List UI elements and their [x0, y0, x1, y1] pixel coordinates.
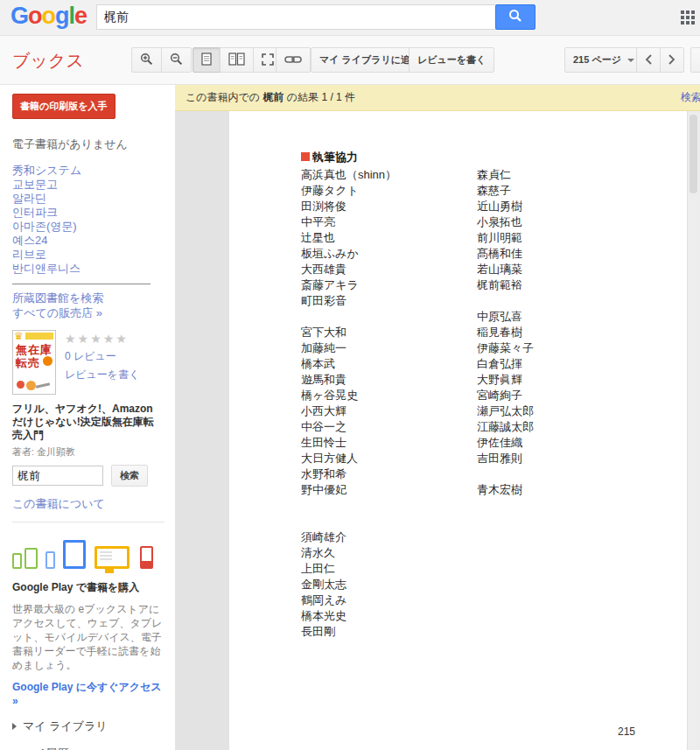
credits-row: 清水久 [301, 545, 534, 561]
google-logo[interactable]: Google [10, 3, 87, 30]
result-suffix: の結果 1 / 1 件 [287, 91, 355, 103]
credit-name-left: 中平亮 [301, 214, 477, 230]
previous-page-button[interactable] [636, 47, 661, 73]
credit-name-left [301, 309, 477, 325]
page-selector-dropdown[interactable]: 215 ページ [564, 47, 643, 73]
all-sellers-link[interactable]: すべての販売店 » [12, 305, 164, 320]
store-link[interactable]: 알라딘 [12, 192, 164, 206]
credits-row [301, 514, 534, 529]
book-title: フリル、ヤフオク!、Amazonだけじゃない!決定版無在庫転売入門 [12, 403, 163, 442]
get-print-version-button[interactable]: 書籍の印刷版を入手 [12, 94, 116, 119]
get-link-button[interactable] [276, 47, 311, 73]
book-rating: ★★★★★ 0 レビュー レビューを書く [65, 330, 139, 395]
credits-row: 伊藤タクト森慈子 [301, 183, 534, 199]
credits-heading-text: 執筆協力 [312, 151, 358, 164]
credit-name-right: 伊佐佳織 [477, 435, 522, 451]
credit-name-left: 斎藤アキラ [301, 277, 477, 293]
single-page-icon [201, 53, 212, 67]
credit-name-left [301, 514, 477, 529]
store-link[interactable]: 아마존(영문) [12, 220, 164, 234]
write-review-button[interactable]: レビューを書く [409, 47, 494, 73]
book-info: ♛ 無在庫 転売 ★★★★★ 0 レビュー レビューを書く [12, 330, 164, 395]
credits-row: 高浜真也（shinn）森貞仁 [301, 167, 534, 183]
cover-decoration [17, 381, 24, 389]
credit-name-left: 大西雄貴 [301, 262, 477, 277]
scrollbar-thumb[interactable] [690, 115, 697, 193]
zoom-out-icon [170, 53, 183, 67]
credit-name-right: 白倉弘揮 [477, 356, 522, 372]
credit-name-left: 生田怜士 [301, 435, 477, 451]
credits-row: 大日方健人吉田雅則 [301, 451, 534, 466]
store-link[interactable]: 반디앤루니스 [12, 262, 164, 276]
credits-row: 中原弘喜 [301, 309, 534, 325]
credit-name-left: 辻星也 [301, 230, 477, 246]
result-term: 梶前 [262, 91, 284, 103]
credit-name-left: 町田彩音 [301, 293, 477, 309]
result-bar-search-link[interactable]: 検索 [681, 85, 700, 110]
credit-name-right: 小泉拓也 [477, 214, 522, 230]
credit-name-right: 森貞仁 [477, 167, 511, 183]
vertical-scrollbar[interactable] [687, 111, 700, 750]
sidebar: 書籍の印刷版を入手 電子書籍がありません 秀和システム교보문고알라딘인터파크아마… [0, 85, 175, 750]
next-page-button[interactable] [660, 47, 684, 73]
chevron-right-icon [668, 54, 676, 67]
credit-name-left [301, 498, 477, 514]
search-input[interactable] [96, 4, 496, 30]
store-link[interactable]: 리브로 [12, 248, 164, 262]
logo-letter: g [55, 3, 69, 29]
store-link[interactable]: 인터파크 [12, 206, 164, 220]
zoom-out-button[interactable] [161, 47, 192, 73]
clipped-edge-button[interactable] [690, 47, 700, 73]
search-result-bar: この書籍内での 梶前 の結果 1 / 1 件 検索 [175, 85, 700, 111]
toolbar: ブックス [0, 36, 700, 85]
credits-row: 長田剛 [301, 624, 534, 640]
store-link[interactable]: 교보문고 [12, 178, 164, 192]
expander-triangle-icon [12, 723, 17, 730]
credit-name-left: 伊藤タクト [301, 183, 477, 199]
store-link[interactable]: 예스24 [12, 234, 164, 248]
page-number: 215 [618, 725, 635, 738]
two-page-view-button[interactable] [220, 47, 254, 73]
about-book-link[interactable]: この書籍について [12, 496, 164, 512]
two-page-icon [228, 53, 245, 67]
sidebar-nav: マイ ライブラリマイ履歴 [12, 718, 164, 750]
logo-letter: o [28, 3, 42, 29]
device-icons [12, 534, 164, 569]
credits-row: 辻星也前川明範 [301, 230, 534, 246]
google-play-access-link[interactable]: Google Play に今すぐアクセス » [12, 680, 164, 707]
credits-row: 金剛太志 [301, 577, 534, 592]
star-icon: ★ [103, 332, 116, 346]
write-review-link[interactable]: レビューを書く [65, 368, 139, 382]
in-book-search-button[interactable]: 検索 [111, 465, 148, 487]
product-name[interactable]: ブックス [12, 49, 84, 73]
sidebar-divider [12, 522, 164, 522]
credit-name-left: 高浜真也（shinn） [301, 167, 477, 183]
credit-name-right: 大野眞輝 [477, 372, 522, 388]
cover-badge [43, 356, 52, 366]
credits-row: 須崎雄介 [301, 529, 534, 545]
credits-row: 町田彩音 [301, 293, 534, 309]
reviews-count-link[interactable]: 0 レビュー [65, 349, 139, 364]
phone-green-icon [12, 553, 22, 569]
find-in-library-link[interactable]: 所蔵図書館を検索 [12, 291, 164, 305]
book-cover-thumbnail[interactable]: ♛ 無在庫 転売 [12, 330, 56, 395]
zoom-in-button[interactable] [131, 47, 162, 73]
credits-heading: 執筆協力 [301, 150, 358, 165]
store-link[interactable]: 秀和システム [12, 164, 164, 178]
rating-stars: ★★★★★ [65, 332, 139, 346]
chevron-left-icon [645, 54, 652, 67]
credit-name-right: 髙橋和佳 [477, 246, 522, 262]
credit-name-left: 遊馬和貴 [301, 372, 477, 388]
search-button[interactable] [495, 4, 536, 30]
sidebar-nav-item[interactable]: マイ履歴 [12, 746, 164, 750]
single-page-view-button[interactable] [192, 47, 220, 73]
in-book-search-input[interactable] [12, 466, 103, 486]
credits-row: 斎藤アキラ梶前範裕 [301, 277, 534, 293]
no-ebook-message: 電子書籍がありません [12, 137, 164, 152]
credits-row: 野中優妃青木宏樹 [301, 482, 534, 498]
google-play-description: 世界最大級の eブックストアにアクセスして、ウェブ、タブレット、モバイルデバイス… [12, 602, 164, 672]
result-prefix: この書籍内での [186, 91, 260, 103]
sidebar-nav-item[interactable]: マイ ライブラリ [12, 718, 164, 734]
credit-name-left: 上田仁 [301, 561, 477, 577]
apps-grid-icon[interactable] [681, 11, 695, 25]
